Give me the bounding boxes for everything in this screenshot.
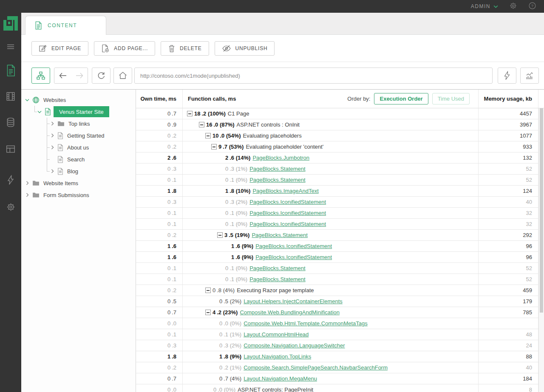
table-row[interactable]: 0.5 0.5 (2%)Layout.Helpers.InjectContain… bbox=[136, 296, 544, 307]
table-row[interactable]: 0.1 0.1 (0%)PageBlocks.IconifiedStatemen… bbox=[136, 219, 544, 230]
forward-button[interactable] bbox=[75, 72, 84, 79]
table-row[interactable]: 0.3 0.3 (2%)PageBlocks.IconifiedStatemen… bbox=[136, 197, 544, 208]
stats-button[interactable] bbox=[520, 68, 539, 84]
function-link[interactable]: Composite.Search.SimplePageSearch.Navbar… bbox=[244, 364, 388, 371]
table-row[interactable]: 0.2 0.8 (4%)Executing Razor page templat… bbox=[136, 285, 544, 296]
function-link[interactable]: PageBlocks.IconifiedStatement bbox=[249, 221, 326, 227]
function-link[interactable]: Composite.Web.Html.Template.CommonMetaTa… bbox=[244, 320, 368, 327]
collapse-icon[interactable] bbox=[205, 288, 211, 293]
function-link[interactable]: PageBlocks.Jumbotron bbox=[252, 155, 309, 161]
help-icon[interactable]: ? bbox=[528, 2, 536, 11]
function-link[interactable]: PageBlocks.Statement bbox=[252, 232, 308, 238]
media-icon[interactable] bbox=[0, 91, 21, 102]
memory-usage-cell: 4457 bbox=[478, 108, 538, 119]
function-link[interactable]: PageBlocks.Statement bbox=[249, 265, 306, 271]
function-link[interactable]: PageBlocks.ImageAndText bbox=[252, 188, 318, 194]
table-row[interactable]: 0.9 16.0 (87%)ASP.NET controls : OnInit … bbox=[136, 119, 544, 130]
table-body: 0.7 18.2 (100%)C1 Page 4457 0.9 16.0 (87… bbox=[136, 108, 544, 392]
chevron-right-icon[interactable] bbox=[25, 193, 30, 197]
add-page-button[interactable]: ADD PAGE... bbox=[94, 41, 155, 56]
function-link[interactable]: Layout.Helpers.InjectContainerElements bbox=[244, 298, 343, 305]
home-button[interactable] bbox=[113, 68, 132, 84]
rail-settings-icon[interactable] bbox=[0, 202, 21, 212]
chevron-right-icon[interactable] bbox=[50, 169, 55, 173]
table-row[interactable]: 0.1 0.1 (0%)PageBlocks.Statement 52 bbox=[136, 263, 544, 274]
function-link[interactable]: Composite.Navigation.LanguageSwitcher bbox=[244, 342, 345, 349]
sitemap-toggle-button[interactable] bbox=[31, 68, 50, 84]
menu-icon[interactable] bbox=[0, 42, 21, 51]
table-row[interactable]: 0.3 0.3 (1%)PageBlocks.Statement 52 bbox=[136, 164, 544, 175]
c1-logo[interactable] bbox=[3, 16, 18, 31]
table-row[interactable]: 0.0 0.0 (0%)Composite.Web.Html.Template.… bbox=[136, 318, 544, 329]
collapse-icon[interactable] bbox=[205, 133, 211, 138]
delete-button[interactable]: DELETE bbox=[161, 41, 209, 56]
collapse-icon[interactable] bbox=[211, 144, 217, 149]
function-link[interactable]: Layout.Navigation.TopLinks bbox=[244, 353, 311, 360]
tree-node-about-us[interactable]: About us bbox=[21, 141, 136, 153]
table-row[interactable]: 1.6 1.6 (9%)PageBlocks.IconifiedStatemen… bbox=[136, 241, 544, 252]
edit-page-button[interactable]: EDIT PAGE bbox=[31, 41, 88, 56]
table-row[interactable]: 0.1 0.1 (0%)PageBlocks.IconifiedStatemen… bbox=[136, 208, 544, 219]
collapse-icon[interactable] bbox=[217, 232, 223, 238]
unpublish-button[interactable]: UNPUBLISH bbox=[215, 41, 275, 56]
tree-node-venus-starter-site[interactable]: Venus Starter Site bbox=[21, 106, 136, 118]
function-link[interactable]: Layout.Navigation.MegaMenu bbox=[244, 375, 317, 382]
table-row[interactable]: 1.8 1.8 (9%)Layout.Navigation.TopLinks 8… bbox=[136, 351, 544, 362]
scrollbar-thumb[interactable] bbox=[540, 108, 543, 313]
table-row[interactable]: 0.1 0.1 (0%)PageBlocks.Statement 52 bbox=[136, 175, 544, 186]
table-row[interactable]: 0.3 0.3 (2%)Composite.Navigation.Languag… bbox=[136, 340, 544, 351]
table-row[interactable]: 2.6 2.6 (14%)PageBlocks.Jumbotron 132 bbox=[136, 152, 544, 164]
chevron-right-icon[interactable] bbox=[50, 133, 55, 138]
function-link[interactable]: PageBlocks.IconifiedStatement bbox=[255, 243, 332, 249]
refresh-button[interactable] bbox=[92, 68, 110, 84]
function-link[interactable]: PageBlocks.IconifiedStatement bbox=[249, 199, 326, 205]
chevron-right-icon[interactable] bbox=[50, 121, 55, 126]
table-row[interactable]: 0.0 0.0 (0%)ASP.NET controls: PagePreIni… bbox=[136, 384, 544, 392]
data-icon[interactable] bbox=[0, 117, 21, 127]
function-link[interactable]: PageBlocks.Statement bbox=[249, 276, 306, 282]
table-row[interactable]: 0.1 0.1 (1%)Layout.CommonHtmlHead 48 bbox=[136, 329, 544, 340]
tree-node-blog[interactable]: Blog bbox=[21, 165, 136, 177]
tab-content[interactable]: CONTENT bbox=[25, 16, 106, 35]
admin-menu[interactable]: ADMIN bbox=[471, 3, 498, 9]
function-link[interactable]: PageBlocks.IconifiedStatement bbox=[255, 254, 332, 260]
function-link[interactable]: PageBlocks.Statement bbox=[249, 166, 306, 172]
table-row[interactable]: 0.7 0.7 (4%)Layout.Navigation.MegaMenu 1… bbox=[136, 373, 544, 384]
layout-icon[interactable] bbox=[0, 144, 21, 154]
url-input[interactable] bbox=[134, 68, 493, 84]
tree-node-websites[interactable]: Websites bbox=[21, 94, 136, 106]
order-execution-button[interactable]: Execution Order bbox=[374, 93, 428, 104]
table-row[interactable]: 0.1 0.1 (0%)PageBlocks.Statement 52 bbox=[136, 274, 544, 285]
table-row[interactable]: 1.6 1.6 (9%)PageBlocks.IconifiedStatemen… bbox=[136, 252, 544, 263]
table-row[interactable]: 0.2 10.0 (54%)Evaluating placeholders 10… bbox=[136, 130, 544, 141]
function-link[interactable]: PageBlocks.IconifiedStatement bbox=[249, 210, 326, 216]
collapse-icon[interactable] bbox=[199, 122, 204, 127]
tree-node-search[interactable]: Search bbox=[21, 153, 136, 165]
scrollbar-track[interactable] bbox=[538, 108, 544, 392]
performance-button[interactable] bbox=[498, 68, 516, 84]
back-button[interactable] bbox=[59, 72, 67, 79]
function-link[interactable]: Composite.Web.BundlingAndMinification bbox=[240, 309, 340, 316]
table-row[interactable]: 0.7 4.2 (23%)Composite.Web.BundlingAndMi… bbox=[136, 307, 544, 318]
content-icon[interactable] bbox=[0, 65, 21, 76]
chevron-right-icon[interactable] bbox=[25, 181, 30, 185]
chevron-down-icon[interactable] bbox=[37, 110, 42, 113]
table-row[interactable]: 0.7 18.2 (100%)C1 Page 4457 bbox=[136, 108, 544, 119]
table-row[interactable]: 1.8 1.8 (10%)PageBlocks.ImageAndText 124 bbox=[136, 186, 544, 197]
tree-node-form-submissions[interactable]: Form Submissions bbox=[21, 189, 136, 201]
function-link[interactable]: Layout.CommonHtmlHead bbox=[244, 331, 309, 338]
table-row[interactable]: 0.2 9.7 (53%)Evaluating placeholder 'con… bbox=[136, 141, 544, 152]
order-time-used-button[interactable]: Time Used bbox=[432, 93, 470, 104]
tree-node-website-items[interactable]: Website Items bbox=[21, 177, 136, 189]
collapse-icon[interactable] bbox=[205, 310, 211, 315]
chevron-down-icon[interactable] bbox=[25, 99, 30, 102]
settings-gear-icon[interactable] bbox=[509, 2, 517, 11]
tree-node-getting-started[interactable]: Getting Started bbox=[21, 130, 136, 141]
table-row[interactable]: 0.2 0.2 (1%)Composite.Search.SimplePageS… bbox=[136, 362, 544, 373]
chevron-right-icon[interactable] bbox=[50, 145, 55, 149]
function-link[interactable]: PageBlocks.Statement bbox=[249, 177, 306, 183]
tree-node-top-links[interactable]: Top links bbox=[21, 118, 136, 130]
table-row[interactable]: 0.2 3.5 (19%)PageBlocks.Statement 292 bbox=[136, 230, 544, 241]
collapse-icon[interactable] bbox=[187, 111, 193, 116]
functions-icon[interactable] bbox=[0, 175, 21, 185]
